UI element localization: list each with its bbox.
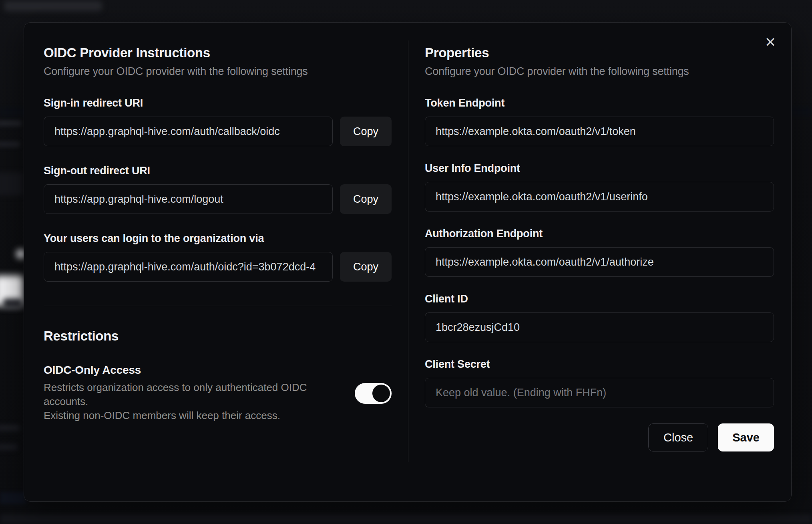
- token-endpoint-input[interactable]: [425, 117, 774, 146]
- oidc-only-access-description: Restricts organization access to only au…: [44, 381, 343, 423]
- authorization-endpoint-label: Authorization Endpoint: [425, 228, 774, 240]
- background-blurred-white-button: [0, 276, 23, 306]
- instructions-column: OIDC Provider Instructions Configure you…: [44, 23, 392, 423]
- user-info-endpoint-row: [425, 182, 774, 212]
- oidc-settings-dialog: ✕ OIDC Provider Instructions Configure y…: [24, 22, 792, 502]
- client-id-row: [425, 312, 774, 342]
- save-button[interactable]: Save: [718, 423, 774, 451]
- background-blurred-text: [3, 298, 22, 309]
- authorization-endpoint-row: [425, 247, 774, 277]
- client-secret-label: Client Secret: [425, 358, 774, 371]
- client-id-input[interactable]: [425, 312, 774, 342]
- sign-out-redirect-uri-label: Sign-out redirect URI: [44, 165, 392, 177]
- client-secret-input[interactable]: [425, 378, 774, 407]
- section-divider: [44, 306, 392, 306]
- oidc-only-access-text: OIDC-Only Access Restricts organization …: [44, 364, 343, 423]
- background-blurred-logo: [4, 1, 102, 11]
- description-line-2: Existing non-OIDC members will keep thei…: [44, 409, 280, 421]
- client-id-label: Client ID: [425, 293, 774, 305]
- background-blurred-text: [0, 120, 22, 127]
- instructions-title: OIDC Provider Instructions: [44, 45, 392, 60]
- sign-out-redirect-uri-input[interactable]: [44, 184, 333, 214]
- organization-login-uri-label: Your users can login to the organization…: [44, 232, 392, 245]
- copy-sign-in-uri-button[interactable]: Copy: [340, 117, 392, 146]
- properties-column: Properties Configure your OIDC provider …: [425, 23, 774, 451]
- copy-sign-out-uri-button[interactable]: Copy: [340, 184, 392, 214]
- user-info-endpoint-label: User Info Endpoint: [425, 162, 774, 175]
- sign-out-redirect-uri-row: Copy: [44, 184, 392, 214]
- toggle-knob: [372, 385, 390, 402]
- user-info-endpoint-input[interactable]: [425, 182, 774, 212]
- properties-subtitle: Configure your OIDC provider with the fo…: [425, 65, 774, 78]
- sign-in-redirect-uri-row: Copy: [44, 117, 392, 146]
- oidc-only-access-row: OIDC-Only Access Restricts organization …: [44, 364, 392, 423]
- restrictions-title: Restrictions: [44, 329, 392, 344]
- sign-in-redirect-uri-input[interactable]: [44, 117, 333, 146]
- authorization-endpoint-input[interactable]: [425, 247, 774, 277]
- organization-login-uri-row: Copy: [44, 252, 392, 282]
- background-blurred-band: [0, 492, 26, 504]
- client-secret-row: [425, 378, 774, 407]
- background-blurred-footer: [0, 514, 812, 524]
- background-blurred-text: [0, 141, 20, 147]
- instructions-subtitle: Configure your OIDC provider with the fo…: [44, 65, 392, 78]
- token-endpoint-row: [425, 117, 774, 146]
- token-endpoint-label: Token Endpoint: [425, 97, 774, 109]
- background-blurred-card: [0, 172, 23, 195]
- copy-login-uri-button[interactable]: Copy: [340, 252, 392, 282]
- background-blurred-text: [0, 425, 20, 431]
- description-line-1: Restricts organization access to only au…: [44, 381, 307, 407]
- properties-title: Properties: [425, 45, 774, 60]
- column-divider: [408, 40, 408, 462]
- dialog-actions: Close Save: [425, 423, 774, 451]
- close-button[interactable]: Close: [648, 423, 708, 451]
- sign-in-redirect-uri-label: Sign-in redirect URI: [44, 97, 392, 109]
- background-blurred-text: [0, 444, 18, 450]
- oidc-only-access-label: OIDC-Only Access: [44, 364, 343, 377]
- oidc-only-access-toggle[interactable]: [355, 383, 392, 404]
- organization-login-uri-input[interactable]: [44, 252, 333, 282]
